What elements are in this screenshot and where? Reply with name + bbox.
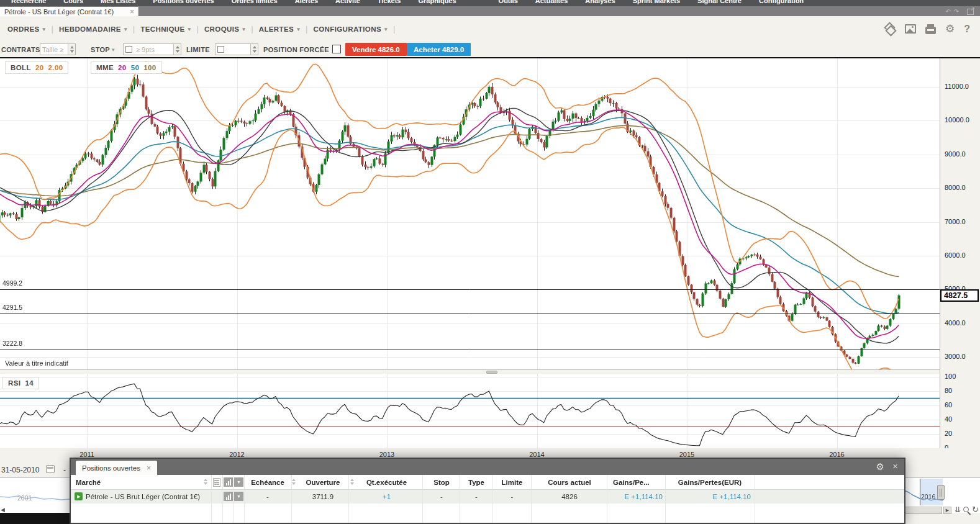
level-label-4291.5: 4291.5 (2, 304, 22, 311)
stop-input[interactable] (123, 43, 181, 55)
size-stepper[interactable] (68, 44, 75, 55)
menubar-item-positions-ouvertes[interactable]: Positions ouvertes (152, 0, 215, 6)
limit-stepper[interactable] (250, 44, 258, 55)
level-label-4999.2: 4999.2 (2, 279, 22, 287)
contract-size-field[interactable] (40, 46, 68, 53)
menubar-item-sprint-markets[interactable]: Sprint Markets (632, 0, 681, 6)
column-header-stop[interactable]: Stop (424, 475, 460, 490)
chart-start-date[interactable]: 31-05-2010 (1, 466, 39, 474)
sort-down-icon (204, 482, 207, 485)
minimap-range-handle[interactable] (937, 485, 945, 500)
positions-table: Marché▼EchéanceOuvertureQt.exécutéeStopT… (71, 475, 904, 523)
menubar-item-graphiques[interactable]: Graphiques (417, 0, 457, 6)
printer-icon[interactable] (925, 27, 936, 34)
cell-limite: - (493, 490, 531, 504)
menubar-item-actualit-s[interactable]: Actualités (534, 0, 569, 6)
menubar-item-ordres-limites[interactable]: Ordres limites (230, 0, 279, 6)
chart-column-icon[interactable] (224, 477, 233, 487)
toolbar-menu-hebdomadaire[interactable]: HEBDOMADAIRE▾ (59, 25, 127, 33)
row-dropdown-icon[interactable]: ▼ (234, 492, 243, 501)
menubar-item-configuration[interactable]: Configuration (758, 0, 805, 6)
layers-icon[interactable] (884, 23, 896, 35)
price-tick-8000: 8000.0 (945, 184, 966, 191)
positions-titlebar[interactable]: Positions ouvertes × ⚙ × (71, 459, 904, 475)
price-tick-7000: 7000.0 (945, 218, 966, 225)
menubar-item-signal-centre[interactable]: Signal Centre (696, 0, 743, 6)
menubar-item-activit[interactable]: Activité (334, 0, 361, 6)
menubar-item-alertes[interactable]: Alertes (294, 0, 319, 6)
bollinger-indicator-chip[interactable]: BOLL 20 2.00 (5, 61, 68, 74)
stop-checkbox[interactable] (125, 46, 132, 53)
menubar-item-cours[interactable]: Cours (62, 0, 84, 6)
contract-size-input[interactable] (40, 43, 76, 55)
column-header-qt-ex-cut-e[interactable]: Qt.exécutée (351, 475, 422, 490)
row-chart-icon[interactable] (224, 492, 233, 501)
sort-arrows-icon[interactable] (292, 479, 296, 485)
toolbar-menu-technique[interactable]: TECHNIQUE▾ (140, 25, 191, 33)
zoom-out-icon[interactable] (963, 507, 971, 515)
price-chart-canvas[interactable] (0, 58, 940, 369)
list-column-icon[interactable] (213, 478, 220, 487)
boll-name: BOLL (11, 64, 31, 71)
cell-market: Pétrole - US Brut Léger (Contrat 1€) (86, 490, 221, 504)
toolbar-menu-alertes[interactable]: ALERTES▾ (259, 25, 300, 33)
menubar-item-mes-listes[interactable]: Mes Listes (99, 0, 137, 6)
chart-scrollbar[interactable] (904, 507, 942, 514)
stop-caret-icon[interactable]: ▾ (112, 47, 115, 53)
menubar-item-analyses[interactable]: Analyses (584, 0, 616, 6)
column-header-gains-pe[interactable]: Gains/Pe... (613, 475, 665, 490)
image-icon[interactable] (905, 24, 916, 34)
undo-redo-icon[interactable]: ↶ ↷ (945, 8, 960, 15)
rsi-name: RSI (8, 379, 20, 387)
column-header-ouverture[interactable]: Ouverture (300, 475, 346, 490)
column-header-march[interactable]: Marché (76, 475, 200, 490)
sort-arrows-icon[interactable] (204, 479, 207, 485)
dropdown-column-icon[interactable]: ▼ (234, 477, 243, 487)
scroll-right-button[interactable]: ▶ (943, 507, 951, 514)
stop-field[interactable] (134, 46, 173, 53)
limit-field[interactable] (226, 46, 250, 53)
forced-position-checkbox[interactable] (332, 45, 341, 53)
column-header-cours-actuel[interactable]: Cours actuel (532, 475, 607, 490)
column-header-ech-ance[interactable]: Echéance (247, 475, 289, 490)
positions-tab[interactable]: Positions ouvertes × (76, 461, 157, 475)
scroll-left-icon[interactable]: ◀ (1, 507, 5, 513)
positions-close-icon[interactable]: × (892, 461, 898, 471)
limit-input[interactable] (215, 43, 258, 55)
rsi-chart-canvas[interactable] (0, 374, 940, 448)
chevron-down-icon: ▾ (242, 26, 245, 32)
current-price-marker: 4827.5 (940, 289, 979, 302)
toolbar-menu-croquis[interactable]: CROQUIS▾ (204, 25, 245, 33)
toolbar-menu-ordres[interactable]: ORDRES▾ (7, 25, 46, 33)
popout-icon[interactable]: ↗ (967, 9, 974, 15)
menubar-item-recherche[interactable]: Recherche (10, 0, 47, 6)
toolbar-menu-label: TECHNIQUE (140, 25, 184, 33)
position-open-icon[interactable]: ▶ (75, 492, 83, 500)
toolbar-menu-label: CROQUIS (204, 25, 239, 33)
collapse-icon[interactable]: ⇊ (955, 505, 961, 514)
positions-settings-icon[interactable]: ⚙ (876, 461, 884, 472)
gear-icon[interactable]: ⚙ (945, 23, 955, 35)
menubar-item-tickets[interactable]: Tickets (376, 0, 402, 6)
toolbar-menu-configurations[interactable]: CONFIGURATIONS▾ (313, 25, 387, 33)
stop-stepper[interactable] (173, 44, 181, 55)
cell-ouverture: 3711.9 (300, 490, 346, 504)
rsi-indicator-chip[interactable]: RSI 14 (2, 377, 39, 389)
column-header-gains-pertes-eur[interactable]: Gains/Pertes(EUR) (665, 475, 755, 490)
column-header-limite[interactable]: Limite (493, 475, 531, 490)
help-icon[interactable]: ? (964, 24, 970, 35)
positions-tab-close-icon[interactable]: × (147, 464, 151, 472)
buy-button[interactable]: Acheter 4829.0 (407, 43, 471, 56)
column-header-type[interactable]: Type (461, 475, 492, 490)
menubar-item-outils[interactable]: Outils (497, 0, 519, 6)
tab-close-icon[interactable]: × (130, 8, 134, 16)
sell-button[interactable]: Vendre 4826.0 (345, 43, 407, 56)
positions-row[interactable]: ▶Pétrole - US Brut Léger (Contrat 1€)▼-3… (71, 490, 904, 504)
price-axis[interactable]: 4827.5 11000.010000.09000.08000.07000.06… (940, 58, 980, 448)
mme-indicator-chip[interactable]: MME 20 50 100 (91, 61, 162, 74)
refresh-icon[interactable]: ↻ (972, 505, 979, 514)
limit-checkbox[interactable] (217, 46, 224, 53)
chart-tab[interactable]: Pétrole - US Brut Léger (Contrat 1€) × (0, 7, 139, 17)
price-tick-3000: 3000.0 (945, 353, 966, 360)
calendar-icon[interactable] (46, 465, 55, 473)
